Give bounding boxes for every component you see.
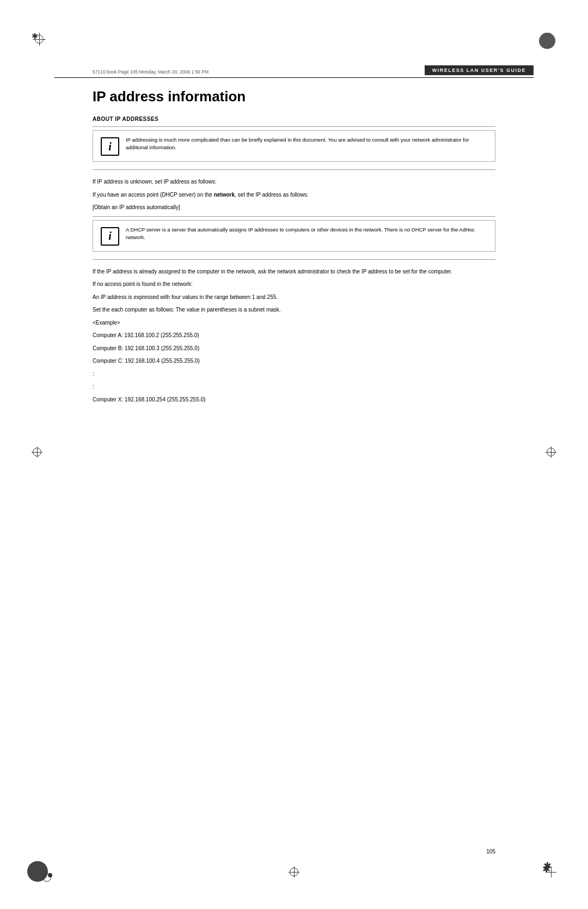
computer-b: Computer B: 192.168.100.3 (255.255.255.0…	[93, 344, 495, 353]
para7: Set the each computer as follows: The va…	[93, 306, 495, 314]
small-dot-bl	[48, 873, 52, 877]
para6: An IP address is expressed with four val…	[93, 293, 495, 302]
info-box-1: i IP addressing is much more complicated…	[93, 130, 495, 162]
header-rule	[54, 77, 534, 78]
corner-mark-tl: ✱	[33, 33, 46, 46]
para5: If no access point is found in the netwo…	[93, 280, 495, 289]
file-info: 57110.book Page 105 Monday, March 20, 20…	[93, 69, 209, 75]
page: ✱ ✱ ✱	[0, 0, 588, 909]
computer-x: Computer X: 192.168.100.254 (255.255.255…	[93, 395, 495, 404]
computer-c: Computer C: 192.168.100.4 (255.255.255.0…	[93, 357, 495, 365]
example-label: <Example>	[93, 319, 495, 327]
dots2: :	[93, 382, 495, 391]
para3: [Obtain an IP address automatically]	[93, 203, 495, 212]
info-text-2: A DHCP server is a server that automatic…	[126, 226, 487, 242]
page-title: IP address information	[93, 88, 495, 105]
side-mark-left	[32, 447, 42, 457]
page-number: 105	[486, 849, 495, 855]
corner-mark-tr	[542, 33, 555, 46]
header-bar: Wireless LAN User's Guide	[425, 65, 534, 75]
info-icon-2: i	[101, 227, 119, 246]
info-text-1: IP addressing is much more complicated t…	[126, 136, 487, 152]
info-box-2: i A DHCP server is a server that automat…	[93, 220, 495, 252]
main-content: IP address information ABOUT IP ADDRESSE…	[93, 88, 495, 408]
dots1: :	[93, 370, 495, 379]
para1: If IP address is unknown, set IP address…	[93, 178, 495, 186]
computer-a: Computer A: 192.168.100.2 (255.255.255.0…	[93, 331, 495, 340]
info-icon-1: i	[101, 137, 119, 156]
side-mark-right	[546, 447, 556, 457]
para2: If you have an access point (DHCP server…	[93, 191, 495, 199]
para4: If the IP address is already assigned to…	[93, 267, 495, 276]
corner-mark-br-cross: ✱	[546, 867, 556, 877]
bottom-center-mark	[289, 867, 299, 877]
section-heading-about-ip: ABOUT IP ADDRESSES	[93, 116, 495, 122]
